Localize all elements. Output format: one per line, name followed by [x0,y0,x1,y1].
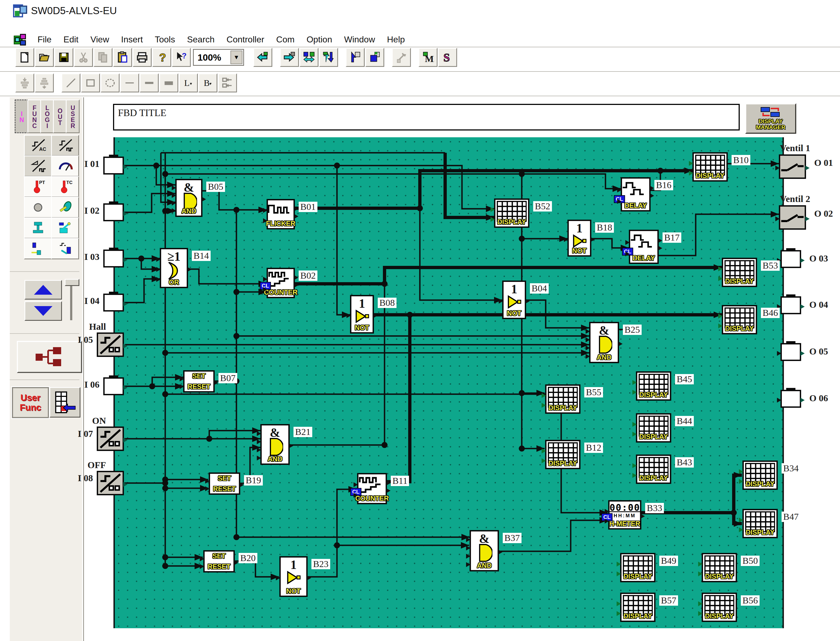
block-B49[interactable]: DISPLAY [620,553,655,582]
block-B46[interactable]: DISPLAY [722,305,757,334]
slider-handle[interactable] [65,279,79,286]
palette-pt100-sensor[interactable]: PT [24,176,52,197]
sidebar-tab-user[interactable]: USER [66,100,80,133]
menu-edit[interactable]: Edit [58,33,85,46]
auto-arrange-button[interactable] [218,73,237,92]
input-I05[interactable] [97,332,124,357]
block-B17[interactable]: DELAYCL [629,230,659,264]
print-button[interactable] [133,48,152,67]
block-B34[interactable]: DISPLAY [742,461,778,490]
block-B23[interactable]: 1NOT [279,556,307,597]
output-O01[interactable] [779,155,806,179]
output-O03[interactable] [780,250,801,268]
scroll-up-button[interactable] [24,280,62,300]
scroll-down-button[interactable] [24,301,62,321]
block-B57[interactable]: DISPLAY [620,593,655,622]
input-I08[interactable] [97,471,124,495]
draw-ellipse-button[interactable] [101,73,119,92]
input-I07[interactable] [97,427,124,451]
palette-thermocouple-sensor[interactable]: TC [51,176,79,197]
draw-rect-button[interactable] [81,73,100,92]
new-button[interactable] [15,48,34,67]
read-write-controller-button[interactable] [319,48,338,67]
block-B44[interactable]: DISPLAY [636,413,671,443]
user-func-button[interactable]: UserFunc [12,387,49,418]
block-B47[interactable]: DISPLAY [742,509,778,538]
menu-tools[interactable]: Tools [149,33,181,46]
sidebar-tab-out[interactable]: OUT [53,100,67,133]
output-O04[interactable] [780,296,801,314]
paste-button[interactable] [113,48,132,67]
block-B37[interactable]: &AND [470,530,499,572]
block-B45[interactable]: DISPLAY [636,371,671,401]
palette-ac-input[interactable]: AC [24,135,52,156]
menu-insert[interactable]: Insert [115,33,149,46]
block-B56[interactable]: DISPLAY [702,593,737,622]
block-B18[interactable]: 1NOT [567,220,591,257]
menu-option[interactable]: Option [301,33,338,46]
menu-help[interactable]: Help [381,33,411,46]
border-style-button[interactable]: B [198,73,217,92]
sidebar-tab-func[interactable]: FUNC [27,100,41,133]
line-style-button[interactable]: L [179,73,198,92]
block-B01[interactable]: FLICKER [267,199,295,229]
fbd-title-box[interactable]: FBD TITLE [113,104,740,130]
align-bottom-button[interactable] [35,73,54,92]
input-I01[interactable] [103,156,124,174]
output-O06[interactable] [780,390,801,408]
input-I02[interactable] [103,203,124,221]
line-medium-button[interactable] [140,73,159,92]
menu-controller[interactable]: Controller [220,33,270,46]
block-B21[interactable]: &AND [260,424,290,465]
menu-com[interactable]: Com [270,33,301,46]
palette-limit-switch[interactable] [51,217,79,239]
block-B04[interactable]: 1NOT [502,280,526,319]
palette-pulse-input[interactable] [51,135,79,156]
align-top-button[interactable] [15,73,34,92]
block-B11[interactable]: COUNTERCL [357,473,387,504]
monitor-run-button[interactable] [346,48,365,67]
menu-file[interactable]: File [32,33,58,46]
sidebar-tab-in[interactable]: IN [14,100,29,133]
block-B19[interactable]: SETRESET [209,472,240,495]
copy-button[interactable] [93,48,113,67]
palette-analog-input[interactable] [24,156,52,177]
block-B25[interactable]: &AND [589,322,619,363]
cut-button[interactable] [74,48,93,67]
user-block-list-button[interactable] [50,387,80,417]
monitor-stop-button[interactable] [365,48,384,67]
draw-line-button[interactable] [61,73,80,92]
input-I04[interactable] [103,293,124,311]
palette-push-button[interactable] [24,197,52,218]
block-B20[interactable]: SETRESET [203,550,235,572]
save-button[interactable] [54,48,73,67]
palette-key-switch[interactable] [51,197,79,218]
block-B33[interactable]: 00:00HH:MMH-METERCL [608,500,641,530]
line-thick-button[interactable] [159,73,178,92]
transfer-left-button[interactable] [253,48,272,67]
output-O02[interactable] [779,205,806,230]
block-B07[interactable]: SETRESET [183,370,215,393]
output-O05[interactable] [780,343,801,361]
simulation-s-button[interactable]: S [438,48,457,67]
input-I06[interactable] [103,377,124,395]
block-B10[interactable]: DISPLAY [692,152,728,182]
block-B43[interactable]: DISPLAY [636,454,671,484]
project-tree-button[interactable] [17,341,82,373]
block-B08[interactable]: 1NOT [350,295,374,333]
block-B02[interactable]: COUNTERCL [267,268,295,298]
input-I03[interactable] [103,250,124,267]
wizard-button[interactable] [392,48,411,67]
palette-toggle-switch[interactable] [51,238,79,259]
block-B55[interactable]: DISPLAY [545,384,581,414]
display-manager-button[interactable]: DISPLAY MANAGER [745,103,796,134]
open-button[interactable] [35,48,54,67]
memory-m-button[interactable]: M. [418,48,438,67]
block-B05[interactable]: &AND [175,179,203,217]
block-B16[interactable]: DELAYCL [621,177,650,211]
block-B50[interactable]: DISPLAY [702,553,737,582]
palette-plug-sensor[interactable] [24,238,52,259]
context-help-button[interactable]: ? [172,48,191,67]
menu-search[interactable]: Search [181,33,220,46]
palette-gauge-meter[interactable] [51,156,79,177]
